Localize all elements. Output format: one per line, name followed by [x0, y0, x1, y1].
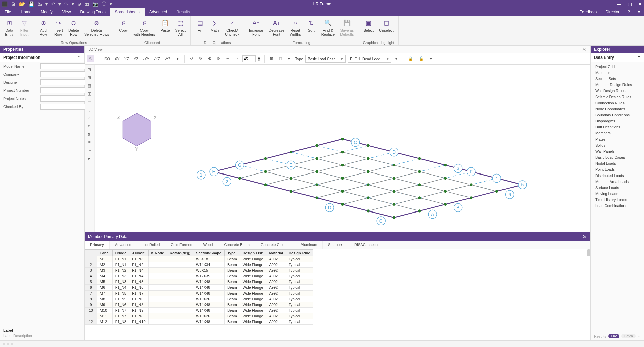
menu-drawing-tools[interactable]: Drawing Tools [76, 8, 110, 16]
save-icon[interactable]: 💾 [28, 1, 34, 7]
rotate-icon[interactable]: ⟲ [206, 55, 213, 62]
camera-icon[interactable]: 📷 [92, 1, 98, 7]
ribbon-increase-font-button[interactable]: A↑Increase Font [247, 17, 265, 40]
table-row[interactable]: 7M7F1_N5F1_N7W14X48BeamWide FlangeA992Ty… [85, 291, 313, 296]
chevron-down-icon[interactable]: ⌄ [638, 334, 641, 338]
column-header[interactable]: Label [97, 250, 113, 256]
table-row[interactable]: 11M11F1_N7F1_N8W10X26BeamWide FlangeA992… [85, 313, 313, 319]
explorer-node-boundary-conditions[interactable]: Boundary Conditions [591, 112, 644, 118]
ribbon-insert-row-button[interactable]: ↪Insert Row [51, 17, 65, 40]
ribbon-copy-with-headers-button[interactable]: ⎘Copy with Headers [131, 17, 157, 40]
menu-right-item[interactable]: Director [601, 8, 623, 16]
explorer-node-time-history-loads[interactable]: Time History Loads [591, 197, 644, 203]
table-row[interactable]: 9M9F1_N6F1_N8W14X48BeamWide FlangeA992Ty… [85, 302, 313, 308]
menu-right-item[interactable]: ▾ [634, 8, 644, 16]
vtool-expand-icon[interactable]: ▸ [85, 155, 93, 162]
explorer-node-surface-loads[interactable]: Surface Loads [591, 185, 644, 191]
table-row[interactable]: 3M3F1_N2F1_N4W8X15BeamWide FlangeA992Typ… [85, 268, 313, 273]
explorer-node-wall-design-rules[interactable]: Wall Design Rules [591, 88, 644, 94]
table-row[interactable]: 10M10F1_N7F1_N9W14X48BeamWide FlangeA992… [85, 308, 313, 313]
column-header[interactable]: Material [266, 250, 286, 256]
explorer-node-node-coordinates[interactable]: Node Coordinates [591, 106, 644, 112]
ribbon-data-entry-button[interactable]: ⊞Data Entry [3, 17, 16, 44]
grid-tab-stainless[interactable]: Stainless [323, 241, 349, 249]
env-pill[interactable]: Env [608, 334, 619, 338]
data-entry-header[interactable]: Data Entry ⌃ [591, 53, 644, 62]
viewport-3d[interactable]: ⊡ ⊞ ▦ ◫ ▭ ▯ ⟋ ⧄ ⧅ ≡ ⋯ ▸ XYZHG12CDEF345AB… [85, 65, 590, 232]
close-view-icon[interactable]: ✕ [582, 47, 586, 52]
vtool-icon[interactable]: ⧅ [85, 130, 93, 138]
undo-icon[interactable]: ↶ [51, 1, 55, 7]
model-canvas[interactable]: XYZHG12CDEF345AB6CD [95, 65, 590, 232]
menu-advanced[interactable]: Advanced [145, 8, 172, 16]
ribbon-delete-selected-rows-button[interactable]: ⊗Delete Selected Rows [82, 17, 111, 40]
menu-spreadsheets[interactable]: Spreadsheets [110, 8, 145, 16]
ribbon-check-uncheck-button[interactable]: ☑Check/ Uncheck [223, 17, 241, 40]
ribbon-add-row-button[interactable]: ⊕Add Row [37, 17, 50, 40]
ribbon-math-button[interactable]: ∑Math [208, 17, 222, 40]
property-input[interactable] [40, 87, 90, 93]
grid-body[interactable]: LabelI NodeJ NodeK NodeRotate(deg)Sectio… [85, 249, 590, 340]
project-info-header[interactable]: Project Information ⌃ [0, 53, 84, 62]
orient-xy[interactable]: XY [113, 56, 122, 62]
redo-icon[interactable]: ↷ [64, 1, 68, 7]
open-icon[interactable]: 📂 [19, 1, 25, 7]
collapse-icon[interactable]: ⌃ [78, 55, 81, 60]
vtool-icon[interactable]: ▦ [85, 82, 93, 89]
ribbon-unselect-button[interactable]: ▢Unselect [377, 17, 396, 40]
dropdown-icon[interactable]: ▾ [286, 55, 292, 62]
table-row[interactable]: 5M5F1_N3F1_N5W14X48BeamWide FlangeA992Ty… [85, 279, 313, 285]
grid-tab-primary[interactable]: Primary [85, 241, 110, 249]
orient--xz[interactable]: -XZ [152, 56, 162, 62]
vtool-dots-icon[interactable]: ⋯ [85, 147, 93, 154]
explorer-node-solids[interactable]: Solids [591, 142, 644, 148]
load-type-select[interactable]: Basic Load Case▼ [305, 55, 346, 63]
minimize-button[interactable]: ― [617, 1, 621, 7]
column-header[interactable]: I Node [112, 250, 129, 256]
ribbon-delete-row-button[interactable]: ⊖Delete Row [66, 17, 81, 40]
column-header[interactable]: Type [224, 250, 240, 256]
rotate-cw-icon[interactable]: ↻ [197, 55, 204, 62]
grid-tab-wood[interactable]: Wood [198, 241, 219, 249]
collapse-icon[interactable]: ⌃ [637, 55, 641, 60]
explorer-node-moving-loads[interactable]: Moving Loads [591, 191, 644, 197]
qat-dropdown-icon[interactable]: ▾ [45, 1, 48, 7]
dropdown-icon[interactable]: ▾ [175, 55, 181, 62]
explorer-node-drift-definitions[interactable]: Drift Definitions [591, 124, 644, 130]
ribbon-select-all-button[interactable]: ⬚Select All [173, 17, 188, 40]
column-header[interactable]: K Node [148, 250, 167, 256]
vtool-icon[interactable]: ◫ [85, 90, 93, 98]
property-input[interactable] [40, 63, 90, 69]
column-header[interactable]: Section/Shape [193, 250, 225, 256]
rotate-icon[interactable]: ⟳ [215, 55, 222, 62]
grid-tab-aluminum[interactable]: Aluminum [295, 241, 323, 249]
table-row[interactable]: 6M6F1_N4F1_N6W14X48BeamWide FlangeA992Ty… [85, 285, 313, 291]
qat-icon[interactable]: ⊜ [77, 1, 81, 7]
dropdown-icon[interactable]: ▾ [393, 55, 399, 62]
vtool-icon[interactable]: ≡ [85, 139, 93, 146]
column-header[interactable]: Rotate(deg) [167, 250, 193, 256]
table-row[interactable]: 1M1F1_N1F1_N3W8X18BeamWide FlangeA992Typ… [85, 256, 313, 262]
table-row[interactable]: 8M8F1_N5F1_N6W10X26BeamWide FlangeA992Ty… [85, 296, 313, 302]
view-tab-3d[interactable]: 3D View [89, 47, 103, 51]
menu-home[interactable]: Home [16, 8, 36, 16]
table-row[interactable]: 2M2F1_N1F1_N2W14X34BeamWide FlangeA992Ty… [85, 262, 313, 268]
menu-modify[interactable]: Modify [36, 8, 57, 16]
close-button[interactable]: ✕ [638, 1, 642, 7]
grid-tab-hot-rolled[interactable]: Hot Rolled [137, 241, 165, 249]
orient--xy[interactable]: -XY [141, 56, 151, 62]
property-input[interactable] [40, 104, 90, 110]
orient-xz[interactable]: XZ [122, 56, 131, 62]
blc-select[interactable]: BLC 1: Dead Load▼ [348, 55, 391, 63]
grid-tab-advanced[interactable]: Advanced [110, 241, 137, 249]
ribbon-decrease-font-button[interactable]: A↓Decrease Font [267, 17, 286, 40]
explorer-node-seismic-design-rules[interactable]: Seismic Design Rules [591, 94, 644, 100]
lock-icon[interactable]: 🔒 [406, 55, 415, 62]
ribbon-reset-widths-button[interactable]: ↔Reset Widths [288, 17, 303, 40]
menu-right-item[interactable]: Feedback [576, 8, 602, 16]
qat-dropdown-icon[interactable]: ▾ [110, 1, 112, 7]
rotate-icon[interactable]: ⤻ [233, 55, 240, 62]
explorer-node-project-grid[interactable]: Project Grid [591, 64, 644, 70]
undo-dropdown-icon[interactable]: ▾ [58, 1, 61, 7]
dropdown-icon[interactable]: ▾ [428, 55, 434, 62]
